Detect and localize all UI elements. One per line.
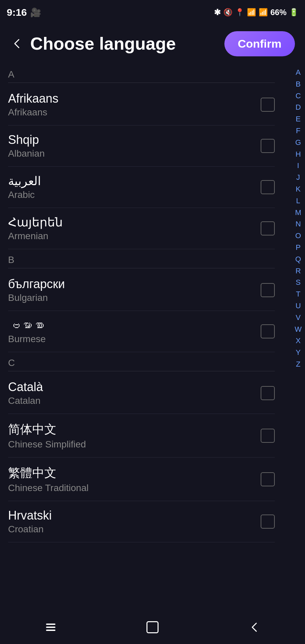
status-right: ✱ 🔇 📍 📶 📶 66% 🔋 xyxy=(214,8,298,17)
camera-icon: 🎥 xyxy=(30,7,41,18)
confirm-button[interactable]: Confirm xyxy=(224,31,295,56)
alpha-P[interactable]: P xyxy=(294,242,302,253)
language-native-name: Հայերեն xyxy=(8,215,63,229)
alpha-H[interactable]: H xyxy=(294,149,302,160)
language-english-name: Burmese xyxy=(8,334,46,344)
language-item-text: Afrikaans Afrikaans xyxy=(8,92,58,118)
language-checkbox[interactable] xyxy=(261,98,275,112)
section-header-A: A xyxy=(8,64,275,83)
alpha-G[interactable]: G xyxy=(294,137,302,148)
mute-icon: 🔇 xyxy=(223,8,232,17)
language-checkbox[interactable] xyxy=(261,324,275,338)
language-checkbox[interactable] xyxy=(261,283,275,297)
alpha-K[interactable]: K xyxy=(294,184,302,195)
list-item[interactable]: Hrvatski Croatian xyxy=(8,501,275,542)
home-button[interactable] xyxy=(139,614,166,641)
alpha-A[interactable]: A xyxy=(294,67,302,78)
language-english-name: Bulgarian xyxy=(8,292,65,303)
language-checkbox[interactable] xyxy=(261,515,275,529)
alpha-R[interactable]: R xyxy=(294,266,302,277)
page-title: Choose language xyxy=(30,34,176,54)
recents-button[interactable] xyxy=(37,614,64,641)
language-english-name: Afrikaans xyxy=(8,107,58,118)
language-checkbox[interactable] xyxy=(261,386,275,400)
alpha-V[interactable]: V xyxy=(294,312,302,323)
language-english-name: Croatian xyxy=(8,524,52,535)
alpha-C[interactable]: C xyxy=(294,91,302,102)
status-left: 9:16 🎥 xyxy=(7,7,41,18)
language-native-name: Afrikaans xyxy=(8,92,58,106)
alpha-Q[interactable]: Q xyxy=(294,254,302,265)
recents-icon xyxy=(46,624,55,631)
location-icon: 📍 xyxy=(235,8,244,17)
alpha-N[interactable]: N xyxy=(294,219,302,230)
list-item[interactable]: ဗမာစာ Burmese xyxy=(8,311,275,352)
language-checkbox[interactable] xyxy=(261,221,275,235)
alpha-I[interactable]: I xyxy=(296,160,301,171)
language-native-name: العربية xyxy=(8,174,41,188)
language-checkbox[interactable] xyxy=(261,429,275,443)
language-native-name: български xyxy=(8,277,65,291)
alpha-T[interactable]: T xyxy=(295,289,302,300)
alpha-X[interactable]: X xyxy=(294,335,302,346)
language-checkbox[interactable] xyxy=(261,139,275,153)
system-back-button[interactable] xyxy=(241,614,268,641)
language-item-text: 繁體中文 Chinese Traditional xyxy=(8,465,89,493)
language-native-name: Shqip xyxy=(8,133,45,147)
section-header-B: B xyxy=(8,249,275,268)
header: Choose language Confirm xyxy=(0,23,305,64)
alpha-B[interactable]: B xyxy=(294,79,302,90)
alpha-E[interactable]: E xyxy=(294,114,302,125)
alpha-D[interactable]: D xyxy=(294,102,302,113)
battery-text: 66% xyxy=(270,8,287,17)
back-chevron-icon xyxy=(248,621,260,633)
alpha-F[interactable]: F xyxy=(295,125,302,137)
alpha-M[interactable]: M xyxy=(294,207,302,218)
home-icon xyxy=(146,621,159,633)
alpha-O[interactable]: O xyxy=(294,230,302,241)
language-item-text: Shqip Albanian xyxy=(8,133,45,159)
list-item[interactable]: Հայերեն Armenian xyxy=(8,208,275,249)
list-item[interactable]: Afrikaans Afrikaans xyxy=(8,84,275,125)
language-checkbox[interactable] xyxy=(261,180,275,194)
language-item-text: Català Catalan xyxy=(8,380,43,406)
language-item-text: български Bulgarian xyxy=(8,277,65,303)
status-bar: 9:16 🎥 ✱ 🔇 📍 📶 📶 66% 🔋 xyxy=(0,0,305,23)
signal-icon: 📶 xyxy=(259,8,268,17)
language-item-text: 简体中文 Chinese Simplified xyxy=(8,421,86,450)
alphabet-index: A B C D E F G H I J K L M N O P Q R S T … xyxy=(291,64,305,373)
language-native-name: 繁體中文 xyxy=(8,465,89,481)
language-checkbox[interactable] xyxy=(261,472,275,486)
language-list-container: A Afrikaans Afrikaans Shqip Albanian الع… xyxy=(0,64,305,579)
list-item[interactable]: Shqip Albanian xyxy=(8,125,275,167)
list-item[interactable]: 简体中文 Chinese Simplified xyxy=(8,414,275,458)
back-button[interactable] xyxy=(7,34,27,54)
navigation-bar xyxy=(0,610,305,644)
language-native-name: ဗမာစာ xyxy=(8,318,46,332)
alpha-J[interactable]: J xyxy=(295,172,301,183)
language-english-name: Catalan xyxy=(8,395,43,406)
alpha-U[interactable]: U xyxy=(294,301,302,312)
language-item-text: Hrvatski Croatian xyxy=(8,508,52,535)
battery-icon: 🔋 xyxy=(289,8,298,17)
alpha-W[interactable]: W xyxy=(293,324,303,335)
alpha-Z[interactable]: Z xyxy=(295,359,302,370)
bluetooth-icon: ✱ xyxy=(214,8,221,17)
list-item[interactable]: Català Catalan xyxy=(8,373,275,414)
section-header-C: C xyxy=(8,352,275,371)
list-item[interactable]: български Bulgarian xyxy=(8,270,275,311)
alpha-S[interactable]: S xyxy=(294,277,302,288)
language-item-text: Հայերեն Armenian xyxy=(8,215,63,241)
language-native-name: Hrvatski xyxy=(8,508,52,523)
alpha-L[interactable]: L xyxy=(295,196,301,207)
status-time: 9:16 xyxy=(7,7,27,18)
language-english-name: Chinese Simplified xyxy=(8,439,86,450)
alpha-Y[interactable]: Y xyxy=(294,347,302,358)
language-english-name: Albanian xyxy=(8,148,45,159)
list-item[interactable]: 繁體中文 Chinese Traditional xyxy=(8,458,275,501)
list-item[interactable]: العربية Arabic xyxy=(8,167,275,208)
language-list: A Afrikaans Afrikaans Shqip Albanian الع… xyxy=(0,64,292,542)
language-english-name: Chinese Traditional xyxy=(8,483,89,493)
language-english-name: Arabic xyxy=(8,190,41,200)
wifi-icon: 📶 xyxy=(247,8,256,17)
